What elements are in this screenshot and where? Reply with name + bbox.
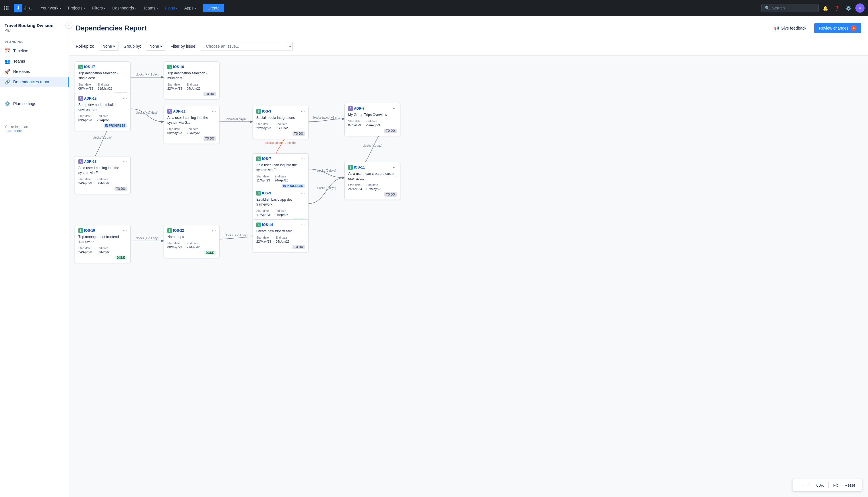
card-menu-icon[interactable]: ···: [123, 159, 127, 164]
card-issue-id[interactable]: AADR-7: [348, 106, 364, 111]
create-button[interactable]: Create: [203, 4, 224, 12]
card-menu-icon[interactable]: ···: [212, 65, 216, 69]
card-issue-id[interactable]: AADR-13: [78, 159, 97, 164]
give-feedback-button[interactable]: 📢 Give feedback: [769, 24, 811, 33]
svg-rect-8: [8, 9, 8, 10]
logo-icon: J: [14, 4, 23, 12]
start-date-value: 08/May/23: [78, 87, 93, 90]
notifications-icon[interactable]: 🔔: [821, 3, 830, 13]
nav-dashboards[interactable]: Dashboards ▾: [110, 4, 139, 12]
jira-logo[interactable]: J Jira: [14, 4, 32, 12]
svg-rect-2: [8, 6, 8, 7]
rollup-select[interactable]: None ▾: [99, 42, 119, 51]
card-menu-icon[interactable]: ···: [301, 223, 305, 227]
card-issue-id[interactable]: AADR-12: [78, 96, 97, 101]
zoom-in-button[interactable]: +: [806, 482, 812, 489]
search-box[interactable]: 🔍: [761, 4, 819, 12]
nav-filters[interactable]: Filters ▾: [89, 4, 107, 12]
dependency-card-adr-13[interactable]: AADR-13 ··· As a user I can log into the…: [75, 156, 131, 194]
nav-plans[interactable]: Plans ▾: [162, 4, 180, 12]
start-date-value: 08/May/23: [167, 245, 182, 249]
dependency-card-adr-11[interactable]: AADR-11 ··· As a user I can log into the…: [164, 106, 220, 144]
zoom-out-button[interactable]: −: [797, 482, 804, 489]
issue-filter[interactable]: Choose an issue...: [201, 42, 293, 51]
learn-more-link[interactable]: Learn more: [4, 129, 22, 133]
dependencies-icon: 🔗: [4, 79, 10, 85]
card-issue-id[interactable]: SIOS-9: [256, 191, 271, 196]
card-title: As a user i can create a custom user acc…: [348, 171, 397, 181]
card-menu-icon[interactable]: ···: [393, 165, 397, 170]
dependency-card-ios-19[interactable]: SIOS-19 ··· Trip management frontend fra…: [75, 225, 131, 263]
nav-apps[interactable]: Apps ▾: [182, 4, 198, 12]
card-title: As a user I can log into the system via …: [78, 166, 127, 175]
card-menu-icon[interactable]: ···: [393, 106, 397, 111]
nav-your-work[interactable]: Your work ▾: [39, 4, 63, 12]
card-title: Establish basic app dev framework: [256, 197, 305, 207]
zoom-fit-button[interactable]: Fit: [831, 482, 840, 489]
settings-icon[interactable]: ⚙️: [844, 3, 853, 13]
zoom-reset-button[interactable]: Reset: [842, 482, 857, 489]
sidebar-item-releases[interactable]: 🚀 Releases: [0, 66, 69, 77]
issue-select[interactable]: Choose an issue...: [201, 42, 293, 51]
end-date-value: 24/Apr/23: [275, 179, 288, 182]
end-date-label: End date: [276, 236, 289, 239]
dependency-card-ios-11[interactable]: SIOS-11 ··· As a user i can create a cus…: [345, 162, 401, 200]
sidebar-item-teams[interactable]: 👥 Teams: [0, 56, 69, 66]
card-title: Social media integrations: [256, 115, 305, 120]
sidebar-item-label: Dependencies report: [13, 80, 50, 84]
start-date-value: 09/May/23: [167, 131, 182, 134]
end-date-label: End date: [275, 209, 288, 212]
card-footer: TO DO: [348, 193, 397, 197]
end-date-label: End date: [187, 242, 201, 245]
help-icon[interactable]: ❓: [833, 3, 842, 13]
card-footer: TO DO: [167, 92, 216, 96]
card-type-icon: S: [256, 109, 261, 114]
card-issue-id[interactable]: SIOS-19: [78, 228, 95, 233]
dependency-card-ios-14[interactable]: SIOS-14 ··· Create new trips wizard Star…: [252, 219, 308, 252]
card-issue-id[interactable]: SIOS-14: [256, 223, 273, 227]
sidebar-toggle[interactable]: ‹: [66, 22, 72, 29]
sidebar-item-label: Timeline: [13, 48, 28, 53]
card-issue-id[interactable]: SIOS-3: [256, 109, 271, 114]
start-date-label: Start date: [78, 115, 92, 118]
card-menu-icon[interactable]: ···: [123, 228, 127, 233]
card-menu-icon[interactable]: ···: [123, 96, 127, 101]
dependency-card-ios-22[interactable]: SIOS-22 ··· Name trips Start date 08/May…: [164, 225, 220, 258]
search-icon: 🔍: [765, 6, 770, 10]
card-menu-icon[interactable]: ···: [301, 191, 305, 196]
card-issue-id[interactable]: SIOS-22: [167, 228, 184, 233]
dependency-card-adr-12[interactable]: AADR-12 ··· Setup dev and and build envi…: [75, 93, 131, 131]
card-issue-id[interactable]: AADR-11: [167, 109, 185, 114]
card-issue-id[interactable]: SIOS-11: [348, 165, 365, 170]
card-menu-icon[interactable]: ···: [301, 109, 305, 114]
dependency-card-ios-16[interactable]: SIOS-16 ··· Trip destination selection -…: [164, 61, 220, 99]
grid-icon[interactable]: [3, 5, 9, 11]
card-menu-icon[interactable]: ···: [123, 65, 127, 69]
card-menu-icon[interactable]: ···: [212, 109, 216, 114]
start-date-label: Start date: [78, 247, 92, 250]
canvas[interactable]: blocks (+ < 1 day)blocks (+17 days)block…: [69, 56, 868, 497]
sidebar-item-dependencies[interactable]: 🔗 Dependencies report: [0, 77, 69, 87]
end-date-value: 07/May/23: [366, 187, 381, 191]
sidebar-item-timeline[interactable]: 📅 Timeline: [0, 46, 69, 56]
card-issue-id[interactable]: SIOS-16: [167, 65, 184, 69]
dependency-card-ios-3[interactable]: SIOS-3 ··· Social media integrations Sta…: [252, 106, 308, 139]
status-badge: DONE: [115, 256, 127, 260]
timeline-icon: 📅: [4, 48, 10, 54]
card-issue-id[interactable]: SIOS-7: [256, 156, 271, 161]
end-date-value: 21/May/23: [187, 245, 201, 249]
card-title: Create new trips wizard: [256, 229, 305, 234]
groupby-select[interactable]: None ▾: [146, 42, 166, 51]
start-date-label: Start date: [256, 209, 270, 212]
card-menu-icon[interactable]: ···: [301, 156, 305, 161]
dependency-card-adr-7[interactable]: AADR-7 ··· My Group Trips Overview Start…: [345, 103, 401, 136]
sidebar-item-plan-settings[interactable]: ⚙️ Plan settings: [0, 99, 69, 109]
avatar[interactable]: U: [855, 3, 865, 13]
review-changes-button[interactable]: Review changes 4: [814, 23, 861, 33]
card-issue-id[interactable]: SIOS-17: [78, 65, 95, 69]
search-input[interactable]: [772, 6, 815, 10]
card-menu-icon[interactable]: ···: [212, 228, 216, 233]
dependency-card-ios-7[interactable]: SIOS-7 ··· As a user i can log into the …: [252, 153, 308, 191]
nav-teams[interactable]: Teams ▾: [141, 4, 160, 12]
nav-projects[interactable]: Projects ▾: [66, 4, 88, 12]
